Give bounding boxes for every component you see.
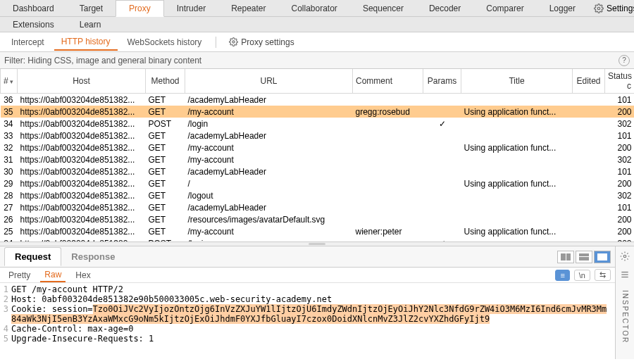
cell: GET [146,142,185,153]
cell: https://0abf003204de851382... [18,189,146,201]
cell: 34 [1,118,18,130]
wrap-chip[interactable]: ⇆ [595,269,611,281]
tab-decoder[interactable]: Decoder [416,1,473,16]
svg-point-1 [232,41,235,43]
subtab-raw[interactable]: Raw [40,268,66,282]
cell: https://0abf003204de851382... [18,201,146,213]
gear-icon [229,37,238,46]
help-icon[interactable]: ? [619,55,630,66]
table-row[interactable]: 28https://0abf003204de851382...GET/logou… [1,189,635,201]
col-method[interactable]: Method [146,69,185,94]
cell [423,142,461,153]
list-icon[interactable] [619,269,630,280]
subtab-hex[interactable]: Hex [71,269,94,282]
newline-chip[interactable]: \n [574,270,590,281]
cell [423,153,461,165]
cell: GET [146,177,185,189]
tab-dashboard[interactable]: Dashboard [0,1,67,16]
code-line: 1GET /my-account HTTP/2 [0,284,615,294]
cell: 302 [605,237,635,242]
tab-target[interactable]: Target [67,1,116,16]
table-row[interactable]: 32https://0abf003204de851382...GET/my-ac… [1,142,635,153]
tab-collaborator[interactable]: Collaborator [279,1,350,16]
line-number: 2 [0,294,11,304]
tab-repeater[interactable]: Repeater [218,1,278,16]
col-edited[interactable]: Edited [573,69,605,94]
cell: 28 [1,189,18,201]
table-row[interactable]: 24https://0abf003204de851382...POST/logi… [1,237,635,242]
code-line: 4Cache-Control: max-age=0 [0,324,615,334]
cell: 31 [1,153,18,165]
cell: https://0abf003204de851382... [18,153,146,165]
subtab-http-history[interactable]: HTTP history [54,34,118,51]
tab-response[interactable]: Response [61,248,125,265]
col-number[interactable]: #▾ [1,69,18,94]
cell: 101 [605,94,635,106]
tab-sequencer[interactable]: Sequencer [350,1,416,16]
tab-proxy[interactable]: Proxy [116,0,164,17]
table-row[interactable]: 36https://0abf003204de851382...GET/acade… [1,94,635,106]
subtab-websockets-history[interactable]: WebSockets history [120,34,209,50]
cell [573,94,605,106]
table-row[interactable]: 29https://0abf003204de851382...GET/Using… [1,177,635,189]
table-row[interactable]: 35https://0abf003204de851382...GET/my-ac… [1,106,635,118]
tab-intruder[interactable]: Intruder [164,1,218,16]
cell: /my-account [185,106,353,118]
cell [353,130,423,142]
cell [573,130,605,142]
cell [353,213,423,225]
cell: 302 [605,189,635,201]
col-host[interactable]: Host [18,69,146,94]
subtab-intercept[interactable]: Intercept [4,34,51,50]
gear-icon [594,4,604,13]
tab-request[interactable]: Request [4,247,61,266]
table-header-row: #▾ Host Method URL Comment Params Title … [1,69,635,94]
tab-extensions[interactable]: Extensions [0,17,67,32]
cell: Using application funct... [461,225,573,237]
cell [461,165,573,177]
cell: /my-account [185,153,353,165]
filter-bar[interactable]: Filter: Hiding CSS, image and general bi… [0,52,634,69]
cell: /academyLabHeader [185,130,353,142]
cell [573,225,605,237]
tab-learn[interactable]: Learn [67,17,114,32]
subtab-pretty[interactable]: Pretty [4,269,35,282]
settings-link[interactable]: Settings [588,1,634,15]
cell: 200 [605,177,635,189]
cell: 101 [605,201,635,213]
col-url[interactable]: URL [185,69,353,94]
cell: https://0abf003204de851382... [18,130,146,142]
actions-chip[interactable]: ≡ [555,270,569,281]
cell: 302 [605,153,635,165]
cell [353,189,423,201]
code-line: 2Host: 0abf003204de851382e90b500033005c.… [0,294,615,304]
line-number: 1 [0,284,11,294]
col-comment[interactable]: Comment [353,69,423,94]
table-row[interactable]: 33https://0abf003204de851382...GET/acade… [1,130,635,142]
cell [461,130,573,142]
table-row[interactable]: 25https://0abf003204de851382...GET/my-ac… [1,225,635,237]
tab-comparer[interactable]: Comparer [473,1,536,16]
tab-logger[interactable]: Logger [537,1,588,16]
layout-columns-button[interactable] [557,251,574,263]
layout-single-button[interactable] [594,251,611,263]
table-row[interactable]: 30https://0abf003204de851382...GET/acade… [1,165,635,177]
layout-rows-button[interactable] [576,251,592,263]
table-row[interactable]: 31https://0abf003204de851382...GET/my-ac… [1,153,635,165]
col-status[interactable]: Status c [605,69,635,94]
cell: GET [146,225,185,237]
table-row[interactable]: 26https://0abf003204de851382...GET/resou… [1,213,635,225]
col-title[interactable]: Title [461,69,573,94]
cell [461,189,573,201]
cell: /academyLabHeader [185,201,353,213]
table-row[interactable]: 27https://0abf003204de851382...GET/acade… [1,201,635,213]
table-row[interactable]: 34https://0abf003204de851382...POST/logi… [1,118,635,130]
gear-icon[interactable] [619,251,630,262]
cell: 27 [1,201,18,213]
settings-label: Settings [607,4,634,13]
col-params[interactable]: Params [423,69,461,94]
proxy-settings-link[interactable]: Proxy settings [223,34,299,50]
http-history-table[interactable]: #▾ Host Method URL Comment Params Title … [0,69,634,242]
cell: Using application funct... [461,177,573,189]
request-raw-editor[interactable]: 1GET /my-account HTTP/22Host: 0abf003204… [0,283,615,359]
